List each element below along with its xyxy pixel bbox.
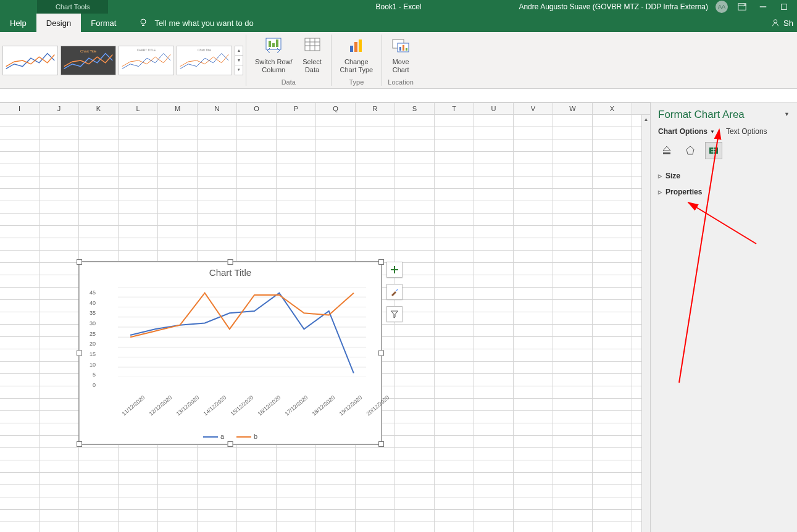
column-header[interactable]: T xyxy=(435,103,474,114)
spin-down-icon[interactable]: ▼ xyxy=(235,55,243,65)
column-header[interactable]: R xyxy=(356,103,395,114)
move-chart-button[interactable]: Move Chart xyxy=(387,35,414,75)
chart-title[interactable]: Chart Title xyxy=(80,262,381,280)
worksheet-area[interactable]: IJKLMNOPQRSTUVWX Chart Title 45403530252… xyxy=(0,102,650,532)
ribbon-group-data: Switch Row/ Column Select Data Data xyxy=(246,32,331,88)
svg-point-3 xyxy=(141,19,146,24)
svg-rect-2 xyxy=(782,4,787,10)
formula-bar[interactable] xyxy=(0,89,797,102)
ribbon-tabs: Help Design Format Tell me what you want… xyxy=(0,14,797,32)
chart-legend[interactable]: ab xyxy=(80,433,381,440)
column-header[interactable]: N xyxy=(198,103,237,114)
switch-row-column-button[interactable]: Switch Row/ Column xyxy=(251,35,296,75)
column-header[interactable]: I xyxy=(0,103,40,114)
change-chart-type-button[interactable]: Change Chart Type xyxy=(336,35,377,75)
resize-handle[interactable] xyxy=(77,351,82,356)
resize-handle[interactable] xyxy=(77,259,82,265)
column-header[interactable]: L xyxy=(119,103,158,114)
share-icon xyxy=(771,19,780,27)
tell-me-search[interactable]: Tell me what you want to do xyxy=(138,14,253,32)
resize-handle[interactable] xyxy=(378,351,384,356)
size-properties-icon[interactable] xyxy=(705,142,722,159)
chart-style-thumb-4[interactable]: Chart Title xyxy=(177,46,232,75)
share-button[interactable]: Sh xyxy=(771,14,797,32)
select-data-button[interactable]: Select Data xyxy=(299,35,326,75)
tab-design[interactable]: Design xyxy=(36,14,81,32)
chart-style-thumb-3[interactable]: CHART TITLE xyxy=(119,46,174,75)
chart-style-thumb-1[interactable] xyxy=(2,46,58,75)
column-header[interactable]: J xyxy=(40,103,79,114)
resize-handle[interactable] xyxy=(378,441,384,447)
format-chart-area-pane: Format Chart Area ▼ Chart Options ▼ Text… xyxy=(650,102,797,532)
resize-handle[interactable] xyxy=(228,441,233,447)
fill-line-icon[interactable] xyxy=(658,142,675,159)
chart-style-thumb-2[interactable]: Chart Title xyxy=(61,46,116,75)
minimize-icon[interactable] xyxy=(756,1,770,13)
maximize-icon[interactable] xyxy=(777,1,791,13)
vertical-scrollbar[interactable]: ▲ xyxy=(641,115,650,532)
svg-marker-29 xyxy=(686,146,694,154)
column-header[interactable]: M xyxy=(158,103,198,114)
chart-filters-button[interactable] xyxy=(386,306,403,322)
share-label: Sh xyxy=(783,19,793,28)
chart-styles-button[interactable] xyxy=(386,284,403,300)
scroll-up-icon[interactable]: ▲ xyxy=(642,115,650,123)
tab-help[interactable]: Help xyxy=(0,14,36,32)
ribbon-body: Chart Title CHART TITLE Chart Title ▲ ▼ … xyxy=(0,32,797,89)
switch-row-column-icon xyxy=(264,36,283,56)
svg-rect-12 xyxy=(359,39,362,52)
column-header[interactable]: S xyxy=(395,103,435,114)
resize-handle[interactable] xyxy=(378,259,384,265)
tab-format[interactable]: Format xyxy=(81,14,126,32)
legend-item[interactable]: b xyxy=(236,433,257,440)
column-headers[interactable]: IJKLMNOPQRSTUVWX xyxy=(0,102,650,115)
size-section[interactable]: ▷ Size xyxy=(658,168,790,184)
column-header[interactable]: P xyxy=(277,103,316,114)
select-data-label: Select Data xyxy=(303,58,322,73)
legend-item[interactable]: a xyxy=(203,433,224,440)
ribbon-group-type-label: Type xyxy=(349,77,364,88)
spin-up-icon[interactable]: ▲ xyxy=(235,46,243,56)
column-header[interactable]: V xyxy=(514,103,553,114)
paintbrush-icon xyxy=(390,288,399,296)
chevron-down-icon: ▼ xyxy=(710,129,715,135)
chart-styles-more[interactable]: ▲ ▼ ▾ xyxy=(235,46,243,75)
format-pane-title: Format Chart Area ▼ xyxy=(658,109,790,121)
column-header[interactable]: O xyxy=(237,103,277,114)
y-axis-labels: 454035302520151050 xyxy=(83,289,96,388)
move-chart-label: Move Chart xyxy=(393,58,409,73)
user-name: Andre Augusto Suave (GOVBR MTZ - DDP Inf… xyxy=(519,2,708,11)
funnel-icon xyxy=(390,310,399,318)
column-header[interactable]: W xyxy=(553,103,593,114)
tell-me-label: Tell me what you want to do xyxy=(154,19,253,28)
chart-options-tab[interactable]: Chart Options ▼ xyxy=(658,127,715,136)
select-data-icon xyxy=(303,36,322,56)
svg-rect-15 xyxy=(399,47,401,51)
triangle-right-icon: ▷ xyxy=(658,189,662,195)
column-header[interactable]: K xyxy=(79,103,119,114)
embedded-chart[interactable]: Chart Title 454035302520151050 11/12/202… xyxy=(79,262,382,444)
ribbon-group-data-label: Data xyxy=(282,77,296,88)
resize-handle[interactable] xyxy=(77,441,82,447)
svg-rect-10 xyxy=(350,46,353,52)
column-header[interactable]: Q xyxy=(316,103,356,114)
column-header[interactable]: U xyxy=(474,103,514,114)
effects-icon[interactable] xyxy=(682,142,699,159)
change-chart-type-label: Change Chart Type xyxy=(340,58,373,73)
lightbulb-icon xyxy=(138,18,148,28)
svg-rect-16 xyxy=(403,45,404,51)
pane-options-dropdown[interactable]: ▼ xyxy=(784,111,790,117)
column-header[interactable]: X xyxy=(593,103,632,114)
triangle-right-icon: ▷ xyxy=(658,173,662,179)
chart-elements-button[interactable] xyxy=(386,262,403,278)
ribbon-display-options-icon[interactable] xyxy=(735,1,749,13)
text-options-tab[interactable]: Text Options xyxy=(726,127,767,136)
plot-area[interactable] xyxy=(118,287,366,386)
resize-handle[interactable] xyxy=(228,259,233,265)
user-avatar[interactable]: AA xyxy=(716,1,728,13)
spin-expand-icon[interactable]: ▾ xyxy=(235,65,243,75)
properties-section[interactable]: ▷ Properties xyxy=(658,184,790,200)
chart-styles-gallery[interactable]: Chart Title CHART TITLE Chart Title ▲ ▼ … xyxy=(0,32,246,88)
plus-icon xyxy=(390,265,399,274)
svg-rect-28 xyxy=(663,152,670,154)
